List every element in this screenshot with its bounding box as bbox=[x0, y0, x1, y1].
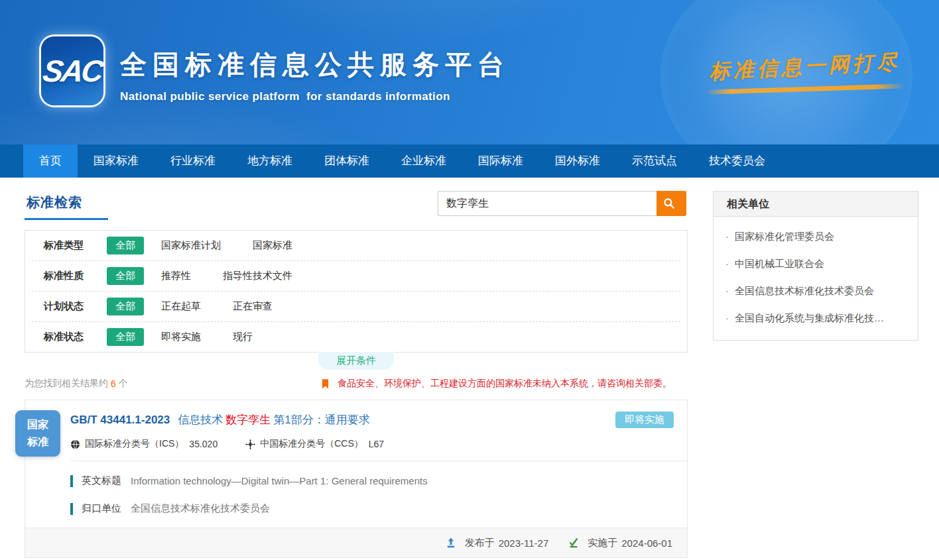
card-footer: 发布于 2023-11-27 实施于 2024-06-01 bbox=[25, 528, 687, 557]
bullet-dot: · bbox=[725, 258, 729, 269]
implement-icon bbox=[568, 537, 579, 548]
title-highlight: 数字孪生 bbox=[225, 414, 271, 426]
filter-option[interactable]: 正在审查 bbox=[233, 300, 273, 313]
site-title-block: 全国标准信息公共服务平台 National public service pla… bbox=[120, 46, 510, 103]
ccs-label: 中国标准分类号（CCS） bbox=[260, 438, 363, 450]
site-header: SAC 全国标准信息公共服务平台 National public service… bbox=[0, 0, 939, 144]
publish-label: 发布于 bbox=[465, 537, 495, 549]
publish-date: 2023-11-27 bbox=[499, 537, 549, 549]
filter-all-button[interactable]: 全部 bbox=[107, 267, 144, 285]
standard-code-link[interactable]: GB/T 43441.1-2023 bbox=[70, 414, 170, 427]
title-part1: 信息技术 bbox=[178, 414, 223, 426]
teal-bar bbox=[70, 503, 73, 515]
filter-all-button[interactable]: 全部 bbox=[107, 328, 144, 346]
bookmark-icon bbox=[322, 379, 329, 389]
ccs-value: L67 bbox=[369, 439, 384, 449]
filter-option[interactable]: 国家标准 bbox=[253, 239, 292, 252]
filter-option[interactable]: 推荐性 bbox=[161, 270, 191, 282]
filter-option[interactable]: 国家标准计划 bbox=[161, 239, 221, 252]
result-card: 国家 标准 GB/T 43441.1-2023 信息技术数字孪生第1部分：通用要… bbox=[25, 400, 688, 558]
badge-line2: 标准 bbox=[27, 433, 48, 451]
implement-date-group: 实施于 2024-06-01 bbox=[568, 537, 672, 549]
title-part2: 第1部分：通用要求 bbox=[273, 414, 369, 426]
related-units-panel: 相关单位 ·国家标准化管理委员会 ·中国机械工业联合会 ·全国信息技术标准化技术… bbox=[713, 191, 918, 341]
related-unit-item[interactable]: ·全国信息技术标准化技术委员会 bbox=[725, 278, 907, 305]
related-units-list: ·国家标准化管理委员会 ·中国机械工业联合会 ·全国信息技术标准化技术委员会 ·… bbox=[714, 217, 918, 340]
result-count-prefix: 为您找到相关结果约 bbox=[25, 378, 108, 390]
search-input[interactable] bbox=[438, 191, 657, 216]
compass-icon bbox=[245, 439, 255, 449]
nav-tab-technical-committee[interactable]: 技术委员会 bbox=[693, 144, 781, 178]
sac-logo[interactable]: SAC bbox=[41, 36, 103, 105]
filter-option[interactable]: 正在起草 bbox=[161, 300, 201, 313]
national-standard-badge: 国家 标准 bbox=[15, 410, 60, 457]
result-meta-row: 为您找到相关结果约 6 个 食品安全、环境保护、工程建设方面的国家标准未纳入本系… bbox=[25, 377, 688, 390]
notice-text: 食品安全、环境保护、工程建设方面的国家标准未纳入本系统，请咨询相关部委。 bbox=[338, 378, 672, 390]
english-title-value: Information technology—Digital twin—Part… bbox=[131, 475, 428, 486]
filter-label: 计划状态 bbox=[44, 300, 107, 313]
result-count-suffix: 个 bbox=[119, 378, 128, 390]
search-box bbox=[438, 191, 686, 216]
badge-line1: 国家 bbox=[27, 416, 48, 433]
nav-tab-national-standard[interactable]: 国家标准 bbox=[78, 144, 155, 178]
sac-logo-text: SAC bbox=[40, 53, 104, 89]
filter-label: 标准性质 bbox=[44, 270, 107, 282]
notice: 食品安全、环境保护、工程建设方面的国家标准未纳入本系统，请咨询相关部委。 bbox=[322, 378, 672, 390]
page-title: 标准检索 bbox=[27, 194, 82, 211]
related-unit-item[interactable]: ·中国机械工业联合会 bbox=[725, 251, 907, 278]
search-icon bbox=[662, 197, 676, 210]
nav-tab-home[interactable]: 首页 bbox=[23, 144, 78, 178]
bullet-dot: · bbox=[725, 285, 729, 296]
nav-tab-international-standard[interactable]: 国际标准 bbox=[462, 144, 539, 178]
result-count: 为您找到相关结果约 6 个 bbox=[25, 378, 128, 390]
card-body: GB/T 43441.1-2023 信息技术数字孪生第1部分：通用要求 即将实施… bbox=[25, 400, 687, 451]
committee-link[interactable]: 全国信息技术标准化技术委员会 bbox=[131, 502, 270, 515]
english-title-row: 英文标题 Information technology—Digital twin… bbox=[70, 475, 674, 487]
nav-tab-industry-standard[interactable]: 行业标准 bbox=[155, 144, 231, 178]
card-meta-row: 国际标准分类号（ICS） 35.020 中国标准分类号（CCS） L67 bbox=[70, 438, 674, 450]
nav-tab-group-standard[interactable]: 团体标准 bbox=[308, 144, 385, 178]
related-unit-label: 全国自动化系统与集成标准化技… bbox=[735, 312, 884, 325]
nav-tab-demonstration-pilot[interactable]: 示范试点 bbox=[616, 144, 693, 178]
filter-panel: 标准类型 全部 国家标准计划 国家标准 标准性质 全部 推荐性 指导性技术文件 … bbox=[25, 230, 688, 353]
ics-label: 国际标准分类号（ICS） bbox=[85, 438, 184, 450]
related-unit-label: 国家标准化管理委员会 bbox=[735, 231, 834, 243]
filter-row-standard-nature: 标准性质 全部 推荐性 指导性技术文件 bbox=[25, 261, 687, 291]
nav-tab-enterprise-standard[interactable]: 企业标准 bbox=[385, 144, 462, 178]
committee-row: 归口单位 全国信息技术标准化技术委员会 bbox=[70, 502, 674, 515]
card-title-row: GB/T 43441.1-2023 信息技术数字孪生第1部分：通用要求 即将实施 bbox=[70, 412, 674, 428]
site-subtitle: National public service platform for sta… bbox=[120, 90, 510, 103]
filter-row-standard-status: 标准状态 全部 即将实施 现行 bbox=[25, 322, 687, 352]
filter-option[interactable]: 现行 bbox=[233, 331, 253, 343]
page-title-underline bbox=[25, 218, 108, 220]
search-button[interactable] bbox=[657, 191, 686, 216]
nav-tab-foreign-standard[interactable]: 国外标准 bbox=[539, 144, 616, 178]
result-count-number: 6 bbox=[111, 378, 116, 389]
standard-title-link[interactable]: 信息技术数字孪生第1部分：通用要求 bbox=[178, 412, 369, 427]
related-units-title: 相关单位 bbox=[714, 192, 918, 217]
related-unit-label: 中国机械工业联合会 bbox=[735, 258, 824, 270]
publish-icon bbox=[446, 537, 456, 548]
bullet-dot: · bbox=[725, 312, 729, 323]
filter-label: 标准状态 bbox=[44, 331, 107, 343]
filter-row-plan-status: 计划状态 全部 正在起草 正在审查 bbox=[25, 292, 687, 321]
section-head: 标准检索 bbox=[25, 178, 688, 230]
related-unit-item[interactable]: ·国家标准化管理委员会 bbox=[725, 223, 907, 251]
implement-label: 实施于 bbox=[588, 537, 617, 549]
filter-option[interactable]: 即将实施 bbox=[161, 331, 201, 343]
filter-all-button[interactable]: 全部 bbox=[107, 237, 144, 254]
implement-date: 2024-06-01 bbox=[621, 537, 672, 549]
nav-tab-local-standard[interactable]: 地方标准 bbox=[231, 144, 308, 178]
committee-label: 归口单位 bbox=[82, 502, 121, 515]
main-nav: 首页 国家标准 行业标准 地方标准 团体标准 企业标准 国际标准 国外标准 示范… bbox=[0, 144, 939, 178]
teal-bar bbox=[70, 475, 73, 487]
expand-conditions-button[interactable]: 展开条件 bbox=[318, 352, 394, 370]
filter-option[interactable]: 指导性技术文件 bbox=[223, 270, 292, 282]
content-area: 标准检索 标准类型 全部 国家标准计划 国家标准 bbox=[0, 178, 939, 558]
filter-all-button[interactable]: 全部 bbox=[107, 298, 144, 315]
main-column: 标准检索 标准类型 全部 国家标准计划 国家标准 bbox=[25, 178, 688, 558]
publish-date-group: 发布于 2023-11-27 bbox=[446, 537, 549, 549]
ics-value: 35.020 bbox=[189, 439, 218, 449]
related-unit-item[interactable]: ·全国自动化系统与集成标准化技… bbox=[725, 305, 907, 332]
filter-label: 标准类型 bbox=[44, 239, 107, 252]
